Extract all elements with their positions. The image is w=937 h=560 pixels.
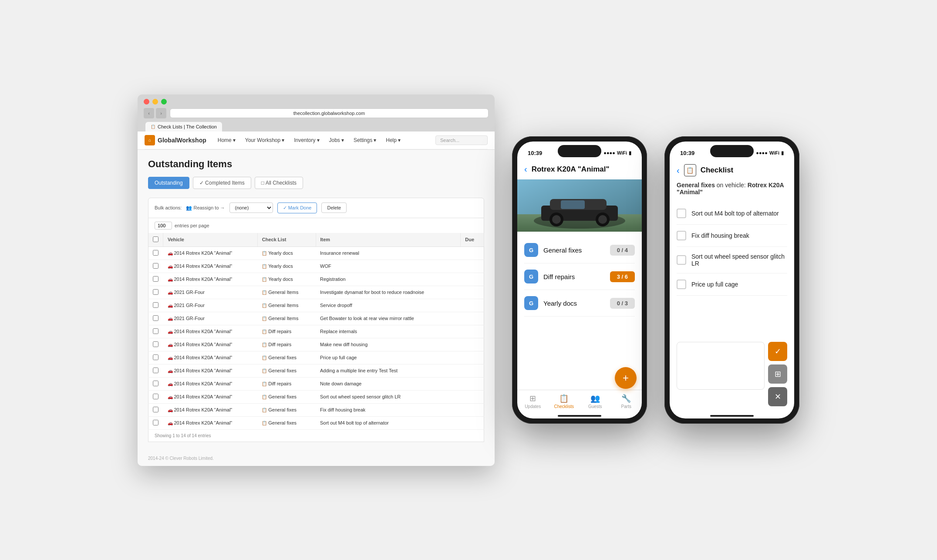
table-row[interactable]: 🚗2014 Rotrex K20A "Animal" 📋Yearly docs … <box>148 273 484 286</box>
row-vehicle: 🚗2014 Rotrex K20A "Animal" <box>163 390 258 403</box>
table-row[interactable]: 🚗2014 Rotrex K20A "Animal" 📋Diff repairs… <box>148 325 484 338</box>
nav-menu: Home ▾ Your Workshop ▾ Inventory ▾ Jobs … <box>213 135 405 145</box>
row-due <box>461 390 484 403</box>
guests-icon: 👥 <box>590 394 600 403</box>
table-row[interactable]: 🚗2014 Rotrex K20A "Animal" 📋General fixe… <box>148 390 484 403</box>
row-checkbox[interactable] <box>153 250 158 256</box>
delete-button[interactable]: Delete <box>321 202 347 213</box>
subtitle-on: on vehicle: <box>715 182 748 189</box>
checklist-item-diff[interactable]: G Diff repairs 3 / 6 <box>524 263 635 290</box>
subtitle-checklist-name: General fixes <box>677 182 715 189</box>
row-checklist: 📋General fixes <box>257 416 316 429</box>
table-row[interactable]: 🚗2021 GR-Four 📋General Items Get Bowater… <box>148 312 484 325</box>
nav-help[interactable]: Help ▾ <box>381 135 405 145</box>
tab-favicon: 📋 <box>151 125 155 129</box>
row-checkbox[interactable] <box>153 276 158 282</box>
nav-jobs[interactable]: Jobs ▾ <box>325 135 348 145</box>
nav-workshop[interactable]: Your Workshop ▾ <box>241 135 289 145</box>
table-row[interactable]: 🚗2014 Rotrex K20A "Animal" 📋Yearly docs … <box>148 260 484 273</box>
row-checkbox[interactable] <box>153 394 158 399</box>
row-checkbox[interactable] <box>153 354 158 360</box>
fab-add-button[interactable]: + <box>615 367 637 389</box>
checkbox-2[interactable] <box>677 231 686 240</box>
col-item: Item <box>316 233 461 247</box>
tab-updates[interactable]: ⊞ Updates <box>517 394 549 409</box>
address-bar[interactable]: thecollection.globalworkshop.com <box>170 108 489 118</box>
tab-checklists[interactable]: 📋 Checklists <box>549 394 580 409</box>
phone2-status-icons: ●●●● WiFi ▮ <box>756 150 784 156</box>
filter-outstanding[interactable]: Outstanding <box>148 177 189 189</box>
phone2-back-button[interactable]: ‹ <box>677 165 680 175</box>
entries-label: entries per page <box>175 223 209 228</box>
search-input[interactable]: Search... <box>435 135 488 145</box>
filter-completed[interactable]: ✓ Completed Items <box>193 177 251 189</box>
phone2-screen: 10:39 ●●●● WiFi ▮ ‹ 📋 Checklist General … <box>670 142 794 418</box>
note-grid-button[interactable]: ⊞ <box>768 364 787 384</box>
nav-home[interactable]: Home ▾ <box>213 135 240 145</box>
bulk-reassign-btn[interactable]: 👥 Reassign to → <box>186 205 225 211</box>
maximize-dot[interactable] <box>161 99 167 105</box>
table-row[interactable]: 🚗2014 Rotrex K20A "Animal" 📋General fixe… <box>148 351 484 364</box>
filter-all[interactable]: □ All Checklists <box>255 177 303 189</box>
table-row[interactable]: 🚗2014 Rotrex K20A "Animal" 📋General fixe… <box>148 416 484 429</box>
row-checkbox[interactable] <box>153 263 158 269</box>
row-checkbox[interactable] <box>153 368 158 373</box>
phone1-back-button[interactable]: ‹ <box>524 164 527 174</box>
table-row[interactable]: 🚗2014 Rotrex K20A "Animal" 📋Diff repairs… <box>148 338 484 351</box>
checklist-item-general[interactable]: G General fixes 0 / 4 <box>524 237 635 263</box>
note-cancel-button[interactable]: ✕ <box>768 387 787 406</box>
check-item-label-1: Sort out M4 bolt top of alternator <box>691 210 779 217</box>
row-due <box>461 299 484 312</box>
row-due <box>461 338 484 351</box>
row-checkbox[interactable] <box>153 341 158 347</box>
checklists-icon: 📋 <box>559 394 569 403</box>
row-vehicle: 🚗2014 Rotrex K20A "Animal" <box>163 338 258 351</box>
tab-parts[interactable]: 🔧 Parts <box>611 394 642 409</box>
row-item: Service dropoff <box>316 299 461 312</box>
close-dot[interactable] <box>144 99 149 105</box>
active-tab[interactable]: 📋 Check Lists | The Collection <box>145 122 222 132</box>
phone1-title: Rotrex K20A "Animal" <box>532 165 610 174</box>
minimize-dot[interactable] <box>152 99 158 105</box>
row-checklist: 📋Diff repairs <box>257 338 316 351</box>
bulk-select[interactable]: (none) <box>229 202 273 213</box>
checkbox-4[interactable] <box>677 280 686 289</box>
checkbox-1[interactable] <box>677 209 686 218</box>
table-row[interactable]: 🚗2014 Rotrex K20A "Animal" 📋Diff repairs… <box>148 377 484 390</box>
vehicle-image <box>517 179 642 232</box>
table-row[interactable]: 🚗2014 Rotrex K20A "Animal" 📋General fixe… <box>148 403 484 416</box>
checkbox-3[interactable] <box>677 255 686 265</box>
row-checkbox[interactable] <box>153 289 158 295</box>
row-checkbox[interactable] <box>153 381 158 386</box>
table-row[interactable]: 🚗2021 GR-Four 📋General Items Investigate… <box>148 286 484 299</box>
row-checkbox[interactable] <box>153 315 158 321</box>
mark-done-button[interactable]: ✓ Mark Done <box>277 202 317 213</box>
note-confirm-button[interactable]: ✓ <box>768 342 787 361</box>
nav-settings[interactable]: Settings ▾ <box>349 135 381 145</box>
row-checkbox[interactable] <box>153 328 158 334</box>
battery-icon: ▮ <box>629 150 631 156</box>
row-checkbox[interactable] <box>153 407 158 412</box>
tab-guests[interactable]: 👥 Guests <box>580 394 611 409</box>
row-item: Sort out M4 bolt top of alternator <box>316 416 461 429</box>
checklist-item-yearly[interactable]: G Yearly docs 0 / 3 <box>524 290 635 317</box>
row-item: WOF <box>316 260 461 273</box>
note-input[interactable] <box>677 342 765 390</box>
checklist-avatar-general: G <box>524 243 538 257</box>
row-checkbox[interactable] <box>153 302 158 308</box>
table-row[interactable]: 🚗2021 GR-Four 📋General Items Service dro… <box>148 299 484 312</box>
nav-inventory[interactable]: Inventory ▾ <box>290 135 324 145</box>
row-checkbox[interactable] <box>153 420 158 425</box>
row-vehicle: 🚗2014 Rotrex K20A "Animal" <box>163 325 258 338</box>
phone1-header: ‹ Rotrex K20A "Animal" <box>517 161 642 179</box>
page-title: Outstanding Items <box>148 159 484 170</box>
entries-input[interactable] <box>155 222 172 229</box>
table-row[interactable]: 🚗2014 Rotrex K20A "Animal" 📋Yearly docs … <box>148 246 484 260</box>
select-all-checkbox[interactable] <box>153 236 158 242</box>
row-item: Replace internals <box>316 325 461 338</box>
back-button[interactable]: ‹ <box>144 108 154 118</box>
checklist-name-yearly: Yearly docs <box>543 300 605 307</box>
table-row[interactable]: 🚗2014 Rotrex K20A "Animal" 📋General fixe… <box>148 364 484 377</box>
tab-updates-label: Updates <box>525 404 541 409</box>
forward-button[interactable]: › <box>156 108 166 118</box>
